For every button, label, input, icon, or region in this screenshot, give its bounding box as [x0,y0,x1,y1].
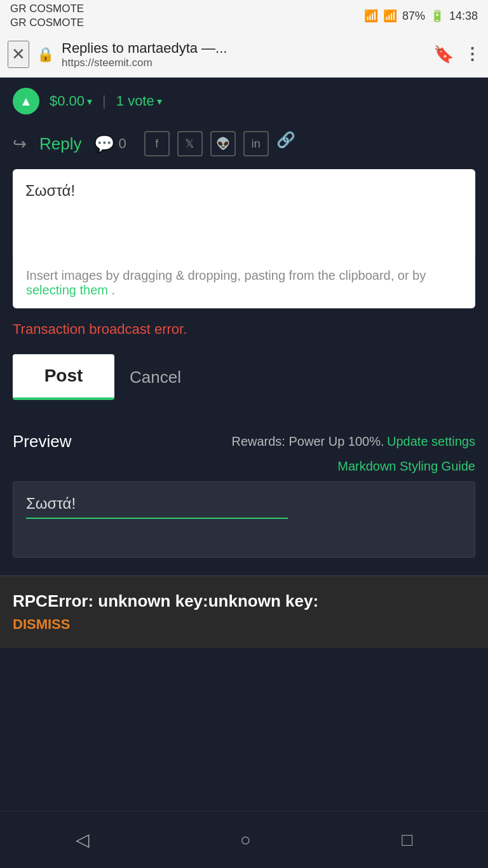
browser-chrome: ✕ 🔒 Replies to martaedyta —... https://s… [0,32,488,78]
vote-chevron: ▾ [157,95,162,107]
dollar-value: $0.00 [50,93,85,109]
upvote-icon: ▲ [20,94,32,109]
reddit-icon[interactable]: 👽 [210,131,236,156]
battery-percent: 87% [402,10,425,23]
signal-icon: 📶 [383,9,397,23]
preview-divider [26,518,288,519]
battery-icon: 🔋 [430,9,444,23]
image-drop-area: Insert images by dragging & dropping, pa… [13,258,475,308]
repost-icon[interactable]: ↪ [13,134,27,154]
recent-apps-button[interactable]: □ [386,822,428,858]
preview-header: Preview Rewards: Power Up 100%. Update s… [13,432,475,451]
status-bar: GR COSMOTE GR COSMOTE 📶 📶 87% 🔋 14:38 [0,0,488,32]
linkedin-icon[interactable]: in [243,131,269,156]
carrier-info: GR COSMOTE GR COSMOTE [10,2,84,30]
back-button[interactable]: ◁ [60,822,105,858]
bottom-nav: ◁ ○ □ [0,811,488,868]
carrier-line2: GR COSMOTE [10,16,84,30]
copy-link-icon[interactable]: 🔗 [276,131,295,156]
rpc-error-title: RPCError: unknown key:unknown key: [13,591,475,611]
rewards-info: Rewards: Power Up 100%. Update settings [231,434,475,449]
reply-button[interactable]: Reply [39,134,81,154]
post-button[interactable]: Post [13,354,114,400]
clock: 14:38 [449,10,478,23]
preview-label: Preview [13,432,71,451]
amount-chevron: ▾ [87,95,92,107]
preview-box: Σωστά! [13,481,475,558]
browser-title: Replies to martaedyta —... [62,40,426,57]
text-editor[interactable]: Σωστά! [13,169,475,258]
update-settings-link[interactable]: Update settings [387,434,475,448]
spacer [0,648,488,705]
twitter-icon[interactable]: 𝕏 [177,131,203,156]
vote-bar: ▲ $0.00 ▾ | 1 vote ▾ [0,78,488,125]
main-content: ▲ $0.00 ▾ | 1 vote ▾ ↪ Reply 💬 0 f 𝕏 👽 [0,78,488,648]
browser-menu-icon[interactable]: ⋮ [464,45,480,64]
browser-actions: 🔖 ⋮ [433,45,480,64]
image-hint-end: . [112,283,116,297]
markdown-guide-link[interactable]: Markdown Styling Guide [13,459,475,474]
comment-count: 0 [118,135,126,152]
error-message: Transaction broadcast error. [0,308,488,348]
browser-url: https://steemit.com [62,57,426,69]
browser-url-area: Replies to martaedyta —... https://steem… [62,40,426,69]
comment-icon: 💬 [94,134,114,154]
upvote-button[interactable]: ▲ [13,88,39,114]
carrier-line1: GR COSMOTE [10,2,84,16]
browser-close-button[interactable]: ✕ [8,41,29,68]
vote-count-text: 1 vote [116,93,154,109]
vote-separator: | [102,93,106,109]
comment-area[interactable]: 💬 0 [94,134,126,154]
lock-icon: 🔒 [37,46,54,63]
dismiss-button[interactable]: DISMISS [13,616,70,633]
image-hint-prefix: Insert images by dragging & dropping, pa… [26,268,394,282]
bookmark-icon[interactable]: 🔖 [433,45,454,64]
cancel-button[interactable]: Cancel [130,368,181,387]
home-button[interactable]: ○ [225,822,266,858]
vote-count[interactable]: 1 vote ▾ [116,93,162,109]
social-icons: f 𝕏 👽 in 🔗 [144,131,295,156]
editor-content: Σωστά! [25,182,463,200]
action-bar: ↪ Reply 💬 0 f 𝕏 👽 in 🔗 [0,125,488,169]
select-images-link[interactable]: selecting them [26,283,108,297]
dollar-amount[interactable]: $0.00 ▾ [50,93,92,109]
rpc-error-banner: RPCError: unknown key:unknown key: DISMI… [0,575,488,648]
rewards-text: Rewards: Power Up 100%. [231,434,384,448]
preview-content: Σωστά! [26,495,462,513]
reply-form: Σωστά! Insert images by dragging & dropp… [0,169,488,308]
wifi-icon: 📶 [364,9,378,23]
facebook-icon[interactable]: f [144,131,170,156]
buttons-row: Post Cancel [0,348,488,419]
preview-section: Preview Rewards: Power Up 100%. Update s… [0,419,488,570]
image-hint-suffix: or by [398,268,426,282]
status-indicators: 📶 📶 87% 🔋 14:38 [364,9,478,23]
